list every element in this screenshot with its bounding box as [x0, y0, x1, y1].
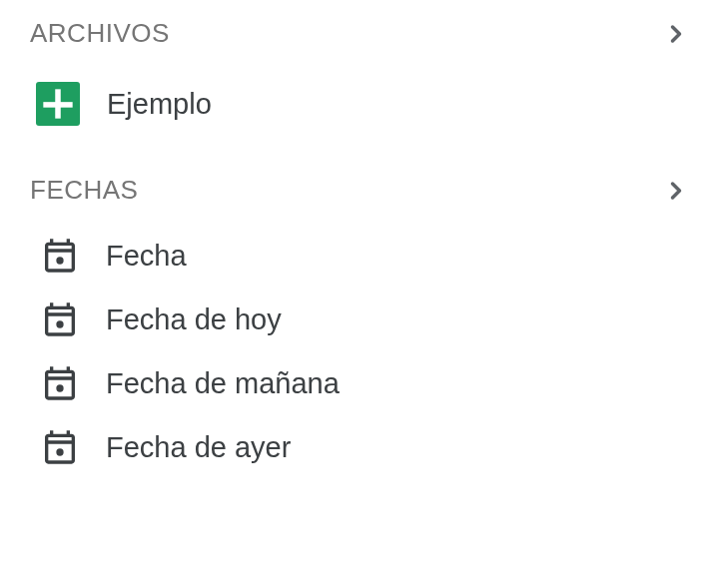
calendar-icon — [40, 363, 80, 403]
date-item-label: Fecha — [106, 240, 187, 273]
calendar-icon — [40, 236, 80, 276]
date-item-label: Fecha de ayer — [106, 431, 291, 464]
svg-point-2 — [56, 257, 63, 264]
file-item-label: Ejemplo — [107, 88, 212, 121]
date-item-ayer[interactable]: Fecha de ayer — [0, 415, 720, 479]
calendar-icon — [40, 427, 80, 467]
files-section-title: ARCHIVOS — [30, 18, 170, 49]
date-item-manana[interactable]: Fecha de mañana — [0, 351, 720, 415]
chevron-right-icon — [662, 20, 690, 48]
dates-section-title: FECHAS — [30, 175, 138, 206]
svg-point-3 — [56, 320, 63, 327]
dates-section-header[interactable]: FECHAS — [0, 157, 720, 224]
chevron-right-icon — [662, 177, 690, 205]
date-item-label: Fecha de hoy — [106, 303, 282, 336]
svg-rect-1 — [55, 89, 61, 118]
files-section-header[interactable]: ARCHIVOS — [0, 0, 720, 67]
svg-point-5 — [56, 448, 63, 455]
file-item-ejemplo[interactable]: Ejemplo — [0, 67, 720, 141]
calendar-icon — [40, 299, 80, 339]
spreadsheet-icon — [35, 81, 81, 127]
date-item-fecha[interactable]: Fecha — [0, 224, 720, 288]
date-item-hoy[interactable]: Fecha de hoy — [0, 288, 720, 351]
svg-point-4 — [56, 384, 63, 391]
date-item-label: Fecha de mañana — [106, 367, 340, 400]
